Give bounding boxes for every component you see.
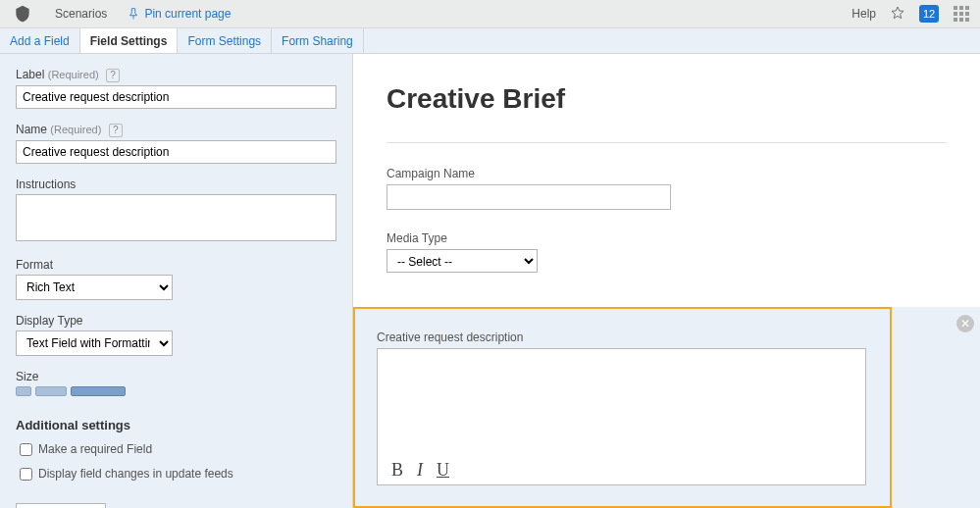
preview-field-campaign[interactable]: Campaign Name: [387, 167, 947, 210]
size-large[interactable]: [71, 386, 126, 396]
rich-text-toolbar: B I U: [378, 455, 865, 484]
pin-page-label: Pin current page: [144, 7, 231, 21]
format-select[interactable]: Rich Text: [16, 275, 173, 300]
display-type-select[interactable]: Text Field with Formatting: [16, 330, 173, 356]
top-bar: Scenarios Pin current page Help 12: [0, 0, 980, 28]
required-checkbox[interactable]: [20, 443, 32, 456]
instructions-label: Instructions: [16, 178, 336, 191]
size-selector: [16, 386, 336, 396]
feed-checkbox-label: Display field changes in update feeds: [38, 467, 233, 481]
help-link[interactable]: Help: [851, 7, 876, 21]
feed-checkbox-row[interactable]: Display field changes in update feeds: [16, 465, 336, 483]
tab-form-sharing[interactable]: Form Sharing: [272, 28, 364, 53]
label-field-label: Label (Required) ?: [16, 68, 336, 82]
add-logic-button[interactable]: Add Logic: [16, 503, 106, 508]
underline-button[interactable]: U: [437, 460, 449, 481]
help-icon[interactable]: ?: [109, 124, 123, 137]
campaign-name-label: Campaign Name: [387, 167, 947, 180]
required-checkbox-row[interactable]: Make a required Field: [16, 440, 336, 459]
size-label: Size: [16, 370, 336, 383]
tab-strip: Add a Field Field Settings Form Settings…: [0, 28, 980, 54]
form-title: Creative Brief: [387, 83, 947, 115]
instructions-input[interactable]: [16, 194, 336, 241]
app-launcher-icon[interactable]: [953, 5, 970, 23]
feed-checkbox[interactable]: [20, 468, 32, 481]
required-checkbox-label: Make a required Field: [38, 442, 152, 456]
remove-field-button[interactable]: ✕: [956, 315, 974, 332]
selected-field-container[interactable]: ✕ Creative request description B I U: [353, 307, 980, 508]
divider: [387, 142, 947, 143]
name-input[interactable]: [16, 140, 336, 164]
campaign-name-input[interactable]: [387, 184, 671, 210]
media-type-select[interactable]: -- Select --: [387, 249, 538, 273]
display-type-label: Display Type: [16, 314, 336, 328]
form-preview: Creative Brief Campaign Name Media Type …: [353, 54, 980, 508]
breadcrumb: Scenarios: [55, 7, 107, 21]
italic-button[interactable]: I: [417, 460, 423, 481]
tab-form-settings[interactable]: Form Settings: [178, 28, 272, 53]
format-label: Format: [16, 258, 336, 272]
additional-settings-heading: Additional settings: [16, 418, 336, 432]
app-logo-icon: [10, 1, 35, 26]
media-type-label: Media Type: [387, 231, 947, 245]
size-medium[interactable]: [35, 386, 67, 396]
name-field-label: Name (Required) ?: [16, 123, 336, 137]
notification-badge[interactable]: 12: [919, 5, 939, 23]
preview-field-media[interactable]: Media Type -- Select --: [387, 231, 947, 273]
rich-text-editor[interactable]: B I U: [377, 348, 866, 485]
tab-field-settings[interactable]: Field Settings: [80, 28, 179, 53]
label-input[interactable]: [16, 85, 336, 109]
rte-field-label: Creative request description: [377, 330, 866, 344]
pin-page-link[interactable]: Pin current page: [127, 7, 231, 21]
rich-text-area[interactable]: [378, 349, 865, 455]
tab-add-field[interactable]: Add a Field: [0, 28, 80, 53]
favorite-icon[interactable]: [890, 5, 905, 24]
help-icon[interactable]: ?: [106, 69, 120, 82]
size-small[interactable]: [16, 386, 31, 396]
bold-button[interactable]: B: [391, 460, 403, 481]
field-settings-panel: Label (Required) ? Name (Required) ? Ins…: [0, 54, 353, 508]
